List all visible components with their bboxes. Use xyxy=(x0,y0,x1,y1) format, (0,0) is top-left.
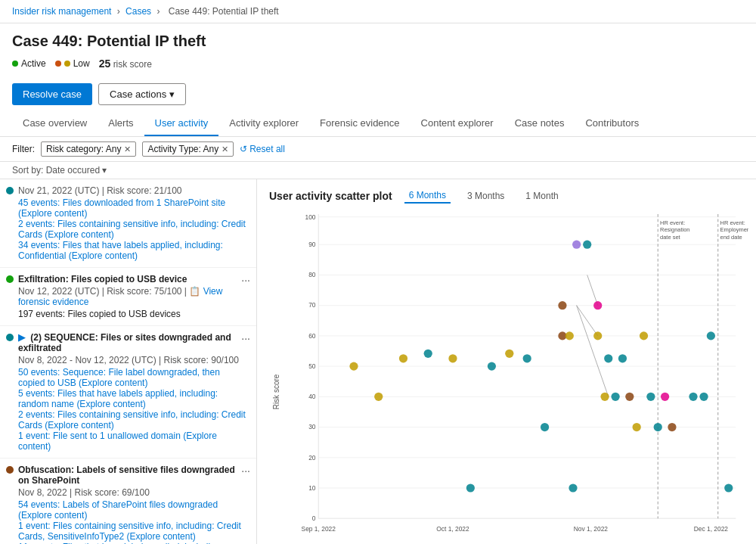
item-detail: 1 event: Files containing sensitive info… xyxy=(18,521,247,542)
tab-case-overview[interactable]: Case overview xyxy=(12,111,98,136)
tab-activity-explorer[interactable]: Activity explorer xyxy=(218,111,309,136)
svg-point-68 xyxy=(699,393,708,401)
scatter-svg: 0 10 20 30 40 50 60 xyxy=(299,214,748,544)
resolve-case-button[interactable]: Resolve case xyxy=(12,83,92,105)
svg-text:30: 30 xyxy=(308,423,316,431)
svg-point-56 xyxy=(600,393,609,401)
svg-point-66 xyxy=(668,423,676,431)
svg-line-38 xyxy=(587,275,598,305)
item-detail: 1 event: File sent to 1 unallowed domain… xyxy=(18,431,247,452)
sort-bar[interactable]: Sort by: Date occured ▾ xyxy=(0,162,756,179)
svg-point-43 xyxy=(448,354,457,362)
svg-point-53 xyxy=(583,241,591,249)
svg-point-62 xyxy=(640,331,648,340)
status-row: Active Low 25 risk score xyxy=(12,54,744,77)
y-axis-label: Risk score xyxy=(272,374,280,409)
tab-content-explorer[interactable]: Content explorer xyxy=(411,111,504,136)
chart-title: User activity scatter plot xyxy=(269,190,392,202)
filter-bar: Filter: Risk category: Any ✕ Activity Ty… xyxy=(0,137,756,162)
item-more-button[interactable]: ··· xyxy=(241,274,250,286)
svg-point-60 xyxy=(625,393,634,401)
svg-point-63 xyxy=(646,393,655,401)
case-actions-label: Case actions xyxy=(110,89,166,100)
forensic-link[interactable]: 📋 View forensic evidence xyxy=(18,286,222,307)
filter-label: Filter: xyxy=(12,144,35,154)
risk-category-clear[interactable]: ✕ xyxy=(124,145,131,154)
svg-point-46 xyxy=(505,350,513,358)
svg-point-67 xyxy=(689,393,697,401)
svg-text:100: 100 xyxy=(305,214,315,221)
breadcrumb-current: Case 449: Potential IP theft xyxy=(169,6,279,17)
svg-text:Oct 1, 2022: Oct 1, 2022 xyxy=(436,525,469,533)
svg-point-71 xyxy=(569,483,577,492)
action-row: Resolve case Case actions ▾ xyxy=(12,77,744,111)
risk-score-label: risk score xyxy=(113,59,152,70)
expand-icon[interactable]: ▶ xyxy=(18,332,25,343)
status-active-label: Active xyxy=(21,58,46,69)
activity-item: Obfuscation: Labels of sensitive files d… xyxy=(0,459,256,544)
breadcrumb-link-insider[interactable]: Insider risk management xyxy=(12,6,111,17)
breadcrumb: Insider risk management › Cases › Case 4… xyxy=(0,0,756,23)
svg-text:70: 70 xyxy=(308,301,316,309)
activity-type-clear[interactable]: ✕ xyxy=(222,145,228,154)
item-detail: 2 events: Files containing sensitive inf… xyxy=(18,409,247,431)
content-area: Nov 21, 2022 (UTC) | Risk score: 21/100 … xyxy=(0,179,756,544)
svg-text:date set: date set xyxy=(660,234,680,241)
page-title: Case 449: Potential IP theft xyxy=(12,33,744,50)
item-detail: 50 events: Sequence: File label downgrad… xyxy=(18,367,247,388)
svg-text:0: 0 xyxy=(312,514,316,522)
svg-line-36 xyxy=(577,306,598,336)
svg-text:90: 90 xyxy=(308,241,316,248)
risk-category-filter[interactable]: Risk category: Any ✕ xyxy=(41,141,136,157)
svg-text:50: 50 xyxy=(308,362,316,370)
page-header: Case 449: Potential IP theft Active Low … xyxy=(0,23,756,137)
breadcrumb-link-cases[interactable]: Cases xyxy=(125,6,151,17)
activity-item: ▶ (2) SEQUENCE: Files or sites downgrade… xyxy=(0,326,256,459)
tab-contributors[interactable]: Contributors xyxy=(575,111,649,136)
svg-text:80: 80 xyxy=(308,271,316,278)
activity-icon xyxy=(6,466,14,474)
svg-line-37 xyxy=(577,306,609,397)
activity-icon xyxy=(6,275,14,283)
reset-label: Reset all xyxy=(249,144,285,154)
svg-point-70 xyxy=(724,483,733,492)
activity-type-filter[interactable]: Activity Type: Any ✕ xyxy=(142,141,234,157)
case-actions-button[interactable]: Case actions ▾ xyxy=(98,83,186,105)
svg-text:10: 10 xyxy=(308,484,316,492)
item-detail: 34 events: Files that have labels applie… xyxy=(18,240,247,261)
svg-point-69 xyxy=(707,331,715,340)
svg-point-55 xyxy=(593,331,602,340)
time-1month-button[interactable]: 1 Month xyxy=(521,189,562,203)
svg-point-59 xyxy=(618,354,627,362)
status-active-badge: Active xyxy=(12,58,46,69)
severity-label: Low xyxy=(73,58,90,69)
time-6months-button[interactable]: 6 Months xyxy=(404,188,451,204)
tab-case-notes[interactable]: Case notes xyxy=(504,111,575,136)
item-link[interactable]: 45 events: Files downloaded from 1 Share… xyxy=(18,197,247,219)
chevron-down-icon: ▾ xyxy=(169,89,175,100)
reset-icon: ↺ xyxy=(240,144,247,154)
tab-user-activity[interactable]: User activity xyxy=(144,111,219,136)
svg-text:Employment: Employment xyxy=(720,226,748,233)
item-meta: Nov 12, 2022 (UTC) | Risk score: 75/100 … xyxy=(18,286,247,307)
sort-chevron: ▾ xyxy=(102,165,107,176)
svg-point-47 xyxy=(523,354,531,362)
svg-text:Sep 1, 2022: Sep 1, 2022 xyxy=(302,525,336,533)
item-more-button[interactable]: ··· xyxy=(241,465,250,477)
item-meta: Nov 8, 2022 - Nov 12, 2022 (UTC) | Risk … xyxy=(18,355,247,365)
svg-point-51 xyxy=(565,331,574,340)
svg-text:20: 20 xyxy=(308,454,316,462)
tab-alerts[interactable]: Alerts xyxy=(98,111,144,136)
active-dot xyxy=(12,61,18,67)
reset-all-button[interactable]: ↺ Reset all xyxy=(240,144,285,154)
item-meta: Nov 8, 2022 | Risk score: 69/100 xyxy=(18,487,247,498)
item-more-button[interactable]: ··· xyxy=(241,332,250,344)
svg-point-42 xyxy=(424,350,432,358)
time-3months-button[interactable]: 3 Months xyxy=(463,189,509,203)
tab-forensic-evidence[interactable]: Forensic evidence xyxy=(309,111,411,136)
svg-text:60: 60 xyxy=(308,332,316,340)
svg-point-61 xyxy=(633,423,641,431)
item-title: Exfiltration: Files copied to USB device xyxy=(18,274,247,284)
svg-point-58 xyxy=(611,393,619,401)
item-meta: Nov 21, 2022 (UTC) | Risk score: 21/100 xyxy=(18,185,247,196)
